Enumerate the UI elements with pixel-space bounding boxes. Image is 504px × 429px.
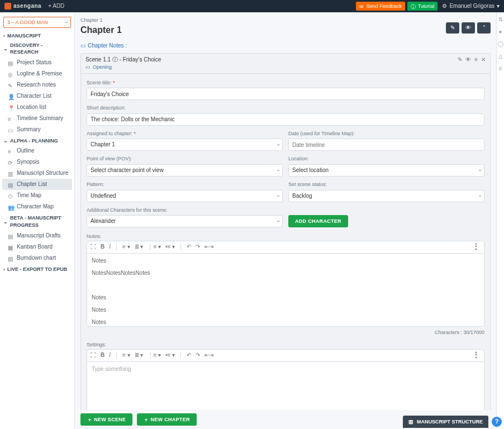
rail-trophy-icon[interactable]: ♕ [498, 65, 503, 73]
chevron-down-icon: › [274, 195, 282, 197]
nav-chapter-list[interactable]: ▤Chapter List [2, 179, 72, 190]
nav-item-label: Logline & Premise [17, 70, 62, 78]
date-timeline-input[interactable] [288, 139, 484, 151]
rail-stats-icon[interactable]: ⇅ [498, 16, 503, 23]
nav-group-label: BETA - MANUSCRIPT PROGRESS [10, 214, 72, 228]
rail-shape-icon[interactable]: △ [498, 53, 503, 60]
rail-circle-icon[interactable]: ◯ [497, 40, 503, 48]
nav-burndown-chart[interactable]: ▧Burndown chart [2, 252, 72, 264]
struct-icon: ▥ [408, 418, 413, 426]
addtl-chars-label: Additional Characters for this scene: [87, 207, 283, 214]
nav-group-alpha[interactable]: ⌄ ALPHA - PLANNING [3, 137, 72, 145]
rail-info-icon[interactable]: ● [498, 28, 502, 36]
status-select[interactable]: Backlog › [288, 190, 484, 202]
fullscreen-icon[interactable]: ⛶ [91, 351, 96, 359]
short-desc-input[interactable] [87, 113, 484, 126]
nav-group-live[interactable]: › LIVE - EXPORT TO EPUB [3, 266, 72, 273]
nav-item-label: Location list [17, 103, 46, 111]
ol-icon[interactable]: ≣ ▾ [135, 243, 144, 251]
nav-project-status[interactable]: ▤Project Status [2, 57, 72, 68]
scene-close-button[interactable]: ✕ [481, 56, 486, 64]
italic-icon[interactable]: I [109, 351, 111, 359]
align-icon[interactable]: ≡ ▾ [122, 243, 130, 251]
nav-group-beta[interactable]: ⌄ BETA - MANUSCRIPT PROGRESS [3, 214, 72, 228]
nav-character-map[interactable]: 👥Character Map [2, 201, 72, 212]
scene-view-button[interactable]: 👁 [465, 56, 471, 64]
struct-icon: ▥ [8, 170, 13, 176]
nav-summary[interactable]: ▭Summary [2, 124, 72, 135]
redo-icon[interactable]: ↷ [196, 351, 200, 359]
help-button[interactable]: ? [492, 417, 502, 427]
ol-icon[interactable]: ≣ ▾ [135, 351, 144, 359]
more-icon[interactable]: ⋮ [472, 350, 481, 361]
fullscreen-icon[interactable]: ⛶ [91, 243, 96, 251]
nav-kanban-board[interactable]: ▦Kanban Board [2, 241, 72, 252]
nav-group-manuscript[interactable]: › MANUSCRIPT [3, 32, 72, 40]
bold-icon[interactable]: B [101, 351, 104, 359]
pattern-select[interactable]: Undefined › [87, 190, 283, 202]
ul-icon[interactable]: ⋮≡ ▾ [148, 243, 161, 251]
kanban-icon: ▦ [8, 244, 13, 250]
nav-group-discovery[interactable]: ⌄ DISCOVERY - RESEARCH [3, 42, 72, 56]
scene-menu-button[interactable]: ≡ [474, 56, 478, 64]
bullet-icon[interactable]: •≡ ▾ [165, 243, 175, 251]
edit-button[interactable]: ✎ [446, 22, 459, 34]
ul-icon[interactable]: ⋮≡ ▾ [148, 351, 161, 359]
add-button[interactable]: + ADD [48, 2, 64, 10]
project-select[interactable]: 3 – A GOOD MAN › [3, 17, 71, 28]
user-menu[interactable]: ⚙ Emanuel Grigoras ▾ [442, 2, 500, 10]
more-icon[interactable]: ⋮ [472, 241, 481, 252]
new-chapter-button[interactable]: ＋ NEW CHAPTER [137, 413, 196, 426]
eye-icon: 👁 [465, 24, 471, 32]
nav-group-label: MANUSCRIPT [7, 32, 41, 40]
send-feedback-button[interactable]: ✉ Send Feedback [356, 2, 405, 11]
pov-select[interactable]: Select character point of view › [87, 164, 283, 177]
location-select[interactable]: Select location › [288, 164, 484, 177]
chart-icon: ▧ [8, 255, 13, 261]
scene-edit-button[interactable]: ✎ [458, 56, 462, 64]
scene-card: Scene 1.1 ⓘ - Friday's Choice ▭ Opening … [80, 53, 491, 429]
bullet-icon[interactable]: •≡ ▾ [165, 351, 175, 359]
nav-manuscript-structure[interactable]: ▥Manuscript Structure [2, 168, 72, 179]
tutorial-button[interactable]: ⓘ Tutorial [407, 2, 438, 11]
nav-character-list[interactable]: 👤Character List [2, 90, 72, 102]
nav-research-notes[interactable]: ✎Research notes [2, 79, 72, 90]
nav-location-list[interactable]: 📍Location list [2, 102, 72, 113]
scene-title-input[interactable] [87, 88, 484, 100]
nav-item-label: Research notes [17, 81, 56, 89]
nav-synopsis[interactable]: ⟳Synopsis [2, 156, 72, 168]
insert-icon[interactable]: ⇤⇥ [205, 243, 213, 251]
view-button[interactable]: 👁 [462, 22, 475, 34]
nav-item-label: Kanban Board [17, 243, 53, 251]
nav-time-map[interactable]: ⏲Time Map [2, 190, 72, 201]
new-scene-button[interactable]: ＋ NEW SCENE [80, 413, 132, 426]
notes-editor-body[interactable]: NotesNotesNotesNotesNotes NotesNotesNote… [87, 254, 484, 326]
right-rail: ⇅ ● ◯ △ ♕ [496, 12, 504, 429]
insert-icon[interactable]: ⇤⇥ [205, 351, 213, 359]
nav-outline[interactable]: ≡Outline [2, 145, 72, 156]
chevron-down-icon: › [274, 220, 282, 222]
plus-icon: ＋ [144, 417, 149, 422]
italic-icon[interactable]: I [109, 243, 111, 251]
pin-icon: 📍 [8, 104, 13, 110]
undo-icon[interactable]: ↶ [187, 243, 191, 251]
assigned-chapter-select[interactable]: Chapter 1 › [87, 139, 283, 151]
nav-logline-premise[interactable]: ◎Logline & Premise [2, 68, 72, 79]
pov-value: Select character point of view [91, 166, 164, 174]
chapter-notes-link[interactable]: ▭ Chapter Notes : [80, 42, 491, 50]
editor-toolbar: ⛶ B I ≡ ▾ ≣ ▾ ⋮≡ ▾ •≡ ▾ ↶ ↷ ⇤⇥ ⋮ [87, 241, 484, 254]
redo-icon[interactable]: ↷ [196, 243, 200, 251]
undo-icon[interactable]: ↶ [187, 351, 191, 359]
nav-manuscript-drafts[interactable]: ▤Manuscript Drafts [2, 230, 72, 241]
new-chapter-label: NEW CHAPTER [150, 417, 189, 422]
bold-icon[interactable]: B [101, 243, 104, 251]
nav-timeline-summary[interactable]: ≡Timeline Summary [2, 113, 72, 124]
add-character-button[interactable]: ADD CHARACTER [288, 215, 348, 227]
manuscript-structure-button[interactable]: ▥ MANUSCRIPT STRUCTURE [403, 416, 488, 428]
addtl-chars-select[interactable]: Alexander › [87, 215, 283, 227]
pattern-label: Pattern: [87, 181, 283, 188]
nav-item-label: Character Map [17, 203, 54, 211]
collapse-button[interactable]: ˄ [477, 22, 491, 34]
status-label: Set scene status: [288, 181, 484, 188]
align-icon[interactable]: ≡ ▾ [122, 351, 130, 359]
